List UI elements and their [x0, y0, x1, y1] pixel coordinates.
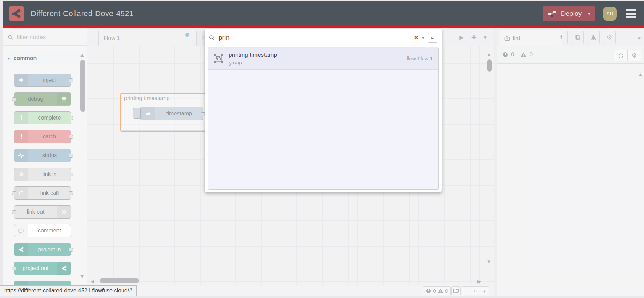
deploy-button[interactable]: Deploy ▾	[543, 6, 595, 21]
search-icon	[209, 35, 215, 41]
browser-frame: Different-Collared-Dove-4521 Deploy ▾ su	[0, 0, 644, 298]
palette-node-status[interactable]: status	[14, 149, 71, 162]
search-options-caret-icon[interactable]: ▾	[422, 35, 424, 40]
deploy-label: Deploy	[561, 10, 582, 17]
node-port	[69, 135, 73, 139]
exclamation-icon	[14, 112, 28, 124]
canvas-scroll-up-icon[interactable]: ▲	[486, 51, 491, 57]
clear-search-icon[interactable]: ×	[414, 34, 419, 41]
lint-settings-button[interactable]: ⚙	[628, 50, 641, 61]
sidebar-tab-lint[interactable]: lint	[500, 31, 562, 46]
deploy-caret-icon[interactable]: ▾	[586, 11, 590, 16]
sidebar-splitter[interactable]	[494, 29, 497, 296]
canvas-scroll-left-icon[interactable]: ◀	[91, 278, 94, 284]
chevron-down-icon: ▾	[8, 56, 10, 61]
group-label: printing timestamp	[124, 95, 170, 101]
add-flow-icon[interactable]: ✚	[472, 34, 476, 41]
debug-tab-button[interactable]	[587, 31, 600, 44]
canvas-vscrollbar-thumb[interactable]	[487, 59, 492, 72]
palette-node-link-out[interactable]: link out	[14, 205, 71, 219]
sidebar: lint i ⚙ ▾ 0 0	[497, 29, 644, 296]
canvas-hscrollbar-thumb[interactable]	[100, 278, 139, 283]
node-red-editor: Different-Collared-Dove-4521 Deploy ▾ su	[3, 1, 644, 296]
node-port	[69, 191, 73, 195]
project-icon	[57, 262, 71, 275]
search-result-item[interactable]: printing timestamp group flow:Flow 1	[208, 47, 438, 70]
palette-node-project-in[interactable]: project in	[14, 243, 71, 256]
tab-list-caret-icon[interactable]: ▾	[484, 34, 487, 41]
search-expand-button[interactable]: ▸	[428, 33, 437, 43]
zoom-in-button[interactable]: ＋	[480, 287, 489, 295]
palette-category-common[interactable]: ▾ common	[3, 52, 87, 64]
debug-lines-icon	[57, 93, 71, 105]
medkit-icon	[504, 36, 510, 41]
node-port	[12, 97, 16, 101]
lint-error-count: 0	[511, 51, 514, 58]
refresh-button[interactable]	[614, 50, 628, 61]
canvas-scroll-right-icon[interactable]: ▶	[477, 278, 481, 284]
config-tab-button[interactable]: ⚙	[603, 31, 616, 44]
node-port	[69, 78, 73, 82]
link-call-icon	[14, 187, 28, 199]
main-menu-icon[interactable]	[624, 8, 638, 20]
search-dialog: prin × ▾ ▸ printing timestamp group flow…	[205, 29, 442, 193]
info-tab-button[interactable]: i	[555, 31, 568, 44]
search-results: printing timestamp group flow:Flow 1	[208, 47, 439, 190]
palette-filter-placeholder: filter nodes	[17, 34, 46, 41]
palette-scrollbar-thumb[interactable]	[80, 60, 85, 112]
palette-scroll-up-icon[interactable]: ▲	[79, 52, 85, 58]
status-pulse-icon	[14, 149, 28, 162]
tab-flow-1[interactable]: Flow 1	[98, 31, 192, 46]
help-tab-button[interactable]	[571, 31, 584, 44]
zoom-reset-button[interactable]: ○	[471, 287, 480, 295]
sidebar-scroll-up-icon[interactable]: ▲	[638, 71, 643, 77]
palette-node-debug[interactable]: debug	[14, 92, 71, 106]
palette-node-link-call[interactable]: link call	[14, 186, 71, 200]
sidebar-tab-caret-icon[interactable]: ▾	[638, 35, 641, 41]
gear-icon: ⚙	[606, 33, 612, 41]
info-icon: i	[560, 33, 562, 41]
search-input[interactable]: prin	[219, 34, 411, 41]
inject-button[interactable]	[133, 108, 141, 119]
link-arrow-icon	[57, 206, 71, 218]
palette-node-catch[interactable]: catch	[14, 130, 71, 143]
navigator-toggle-button[interactable]	[451, 286, 461, 295]
inject-arrow-icon	[141, 107, 155, 120]
workspace-tab-tools: ▶ ✚ ▾	[452, 29, 494, 46]
palette-scroll-down-icon[interactable]: ▼	[79, 273, 85, 279]
node-port	[69, 248, 73, 252]
refresh-icon	[618, 53, 624, 59]
user-avatar[interactable]: su	[603, 7, 617, 21]
zoom-controls: − ○ ＋	[462, 286, 489, 295]
bug-icon	[590, 35, 596, 40]
node-port	[12, 267, 16, 270]
inject-node-timestamp[interactable]: timestamp	[140, 107, 203, 120]
gear-icon: ⚙	[631, 52, 637, 59]
project-icon	[14, 243, 28, 256]
search-input-row: prin × ▾ ▸	[205, 29, 442, 46]
lint-panel-buttons: ⚙	[614, 50, 641, 61]
zoom-out-button[interactable]: −	[462, 287, 471, 295]
palette-node-inject[interactable]: inject	[14, 74, 71, 87]
search-icon	[8, 35, 13, 40]
flowfuse-logo-icon	[9, 6, 24, 21]
map-icon	[453, 288, 459, 293]
palette-filter[interactable]: filter nodes	[3, 29, 87, 46]
error-icon	[426, 288, 431, 293]
canvas-scroll-down-icon[interactable]: ▼	[486, 259, 491, 265]
error-icon	[503, 52, 508, 58]
tab-scroll-right-icon[interactable]: ▶	[459, 34, 464, 41]
canvas-notification-badges[interactable]: 0 0	[423, 286, 451, 295]
palette-node-complete[interactable]: complete	[14, 111, 71, 124]
canvas-footer: 0 0 − ○ ＋	[87, 285, 494, 296]
browser-status-url: https://different-collared-dove-4521.flo…	[0, 285, 137, 296]
canvas-hscrollbar: ◀ ▶	[87, 278, 494, 283]
modified-dot	[185, 33, 189, 37]
palette-node-comment[interactable]: comment	[14, 224, 71, 237]
palette-node-project-out[interactable]: project out	[14, 262, 71, 275]
inject-arrow-icon	[14, 74, 28, 86]
exclamation-icon	[14, 130, 28, 143]
palette-node-link-in[interactable]: link in	[14, 168, 71, 181]
group-icon	[214, 54, 223, 63]
flow-group[interactable]: printing timestamp timestamp	[120, 93, 208, 132]
